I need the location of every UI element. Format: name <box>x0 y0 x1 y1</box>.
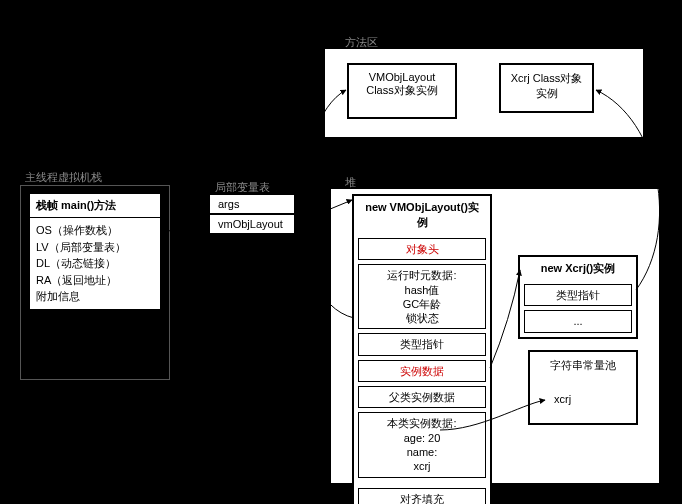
runtime-lock: 锁状态 <box>364 311 480 325</box>
xcrj-type-ptr: 类型指针 <box>524 284 632 306</box>
self-data-l4: xcrj <box>364 459 480 473</box>
self-data-l3: name: <box>364 445 480 459</box>
obj-header-label: 对象头 <box>358 238 486 260</box>
stack-frame: 栈帧 main()方法 OS（操作数栈） LV（局部变量表） DL（动态链接） … <box>28 192 162 311</box>
vmobj-instance-title: new VMObjLayout()实例 <box>354 196 490 234</box>
xcrj-class-text: Xcrj Class对象实例 <box>511 72 583 99</box>
method-area-box: VMObjLayout Class对象实例 Xcrj Class对象实例 <box>324 48 644 138</box>
xcrj-instance-title: new Xcrj()实例 <box>520 257 636 280</box>
string-pool-title: 字符串常量池 <box>536 358 630 373</box>
vmobj-type-ptr: 类型指针 <box>358 333 486 355</box>
stack-ra: RA（返回地址） <box>36 272 154 289</box>
stack-lv: LV（局部变量表） <box>36 239 154 256</box>
stack-os: OS（操作数栈） <box>36 222 154 239</box>
vmobj-class-text: VMObjLayout Class对象实例 <box>366 71 438 96</box>
self-instance-data: 本类实例数据: age: 20 name: xcrj <box>358 412 486 477</box>
string-pool-item: xcrj <box>554 393 630 405</box>
stack-frame-title: 栈帧 main()方法 <box>30 194 160 218</box>
stack-dl: DL（动态链接） <box>36 255 154 272</box>
instance-data-label: 实例数据 <box>358 360 486 382</box>
runtime-meta: 运行时元数据: hash值 GC年龄 锁状态 <box>358 264 486 329</box>
vmobj-instance: new VMObjLayout()实例 对象头 运行时元数据: hash值 GC… <box>352 194 492 504</box>
runtime-gc: GC年龄 <box>364 297 480 311</box>
self-data-l2: age: 20 <box>364 431 480 445</box>
thread-stack-label: 主线程虚拟机栈 <box>25 170 102 185</box>
xcrj-class-box: Xcrj Class对象实例 <box>499 63 594 113</box>
parent-instance-data: 父类实例数据 <box>358 386 486 408</box>
self-data-l1: 本类实例数据: <box>364 416 480 430</box>
local-vmobjlayout: vmObjLayout <box>209 214 295 234</box>
string-pool: 字符串常量池 xcrj <box>528 350 638 425</box>
xcrj-more: ... <box>524 310 632 332</box>
xcrj-instance: new Xcrj()实例 类型指针 ... <box>518 255 638 339</box>
stack-frame-body: OS（操作数栈） LV（局部变量表） DL（动态链接） RA（返回地址） 附加信… <box>30 218 160 309</box>
local-args: args <box>209 194 295 214</box>
vmobj-class-box: VMObjLayout Class对象实例 <box>347 63 457 119</box>
runtime-meta-title: 运行时元数据: <box>364 268 480 282</box>
local-var-table: args vmObjLayout <box>207 192 297 236</box>
runtime-hash: hash值 <box>364 283 480 297</box>
vmobj-padding: 对齐填充 <box>358 488 486 504</box>
stack-extra: 附加信息 <box>36 288 154 305</box>
